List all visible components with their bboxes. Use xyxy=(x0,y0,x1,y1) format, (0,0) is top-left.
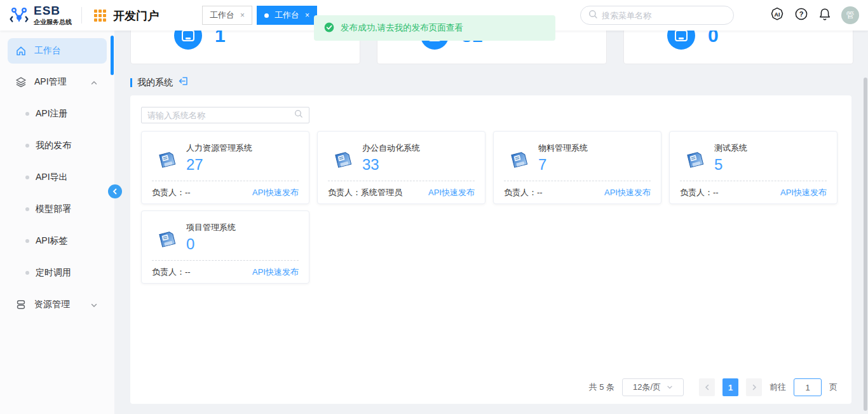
tab-close-icon[interactable]: × xyxy=(240,11,245,20)
chevron-left-icon xyxy=(704,384,710,390)
card-divider xyxy=(680,181,827,181)
system-name: 项目管理系统 xyxy=(186,222,236,233)
logo-title: ESB xyxy=(34,5,72,17)
database-icon xyxy=(15,299,27,310)
sidebar-item-workbench[interactable]: 工作台 xyxy=(8,38,107,64)
menu-search-input[interactable] xyxy=(602,11,726,20)
search-icon xyxy=(588,10,598,22)
sidebar-item-model-deploy[interactable]: 模型部署 xyxy=(0,193,114,225)
logo: ESB 企业服务总线 xyxy=(9,4,72,27)
menu-search-box[interactable] xyxy=(580,6,734,25)
page-size-select[interactable]: 12条/页 xyxy=(622,378,684,396)
sidebar-item-api-export[interactable]: API导出 xyxy=(0,162,114,193)
chevron-up-icon xyxy=(90,78,98,86)
system-card-test[interactable]: 测试系统 5 负责人：-- API快速发布 xyxy=(669,131,837,204)
page-unit-label: 页 xyxy=(829,382,837,393)
system-owner: 负责人：系统管理员 xyxy=(328,187,402,198)
tab-label: 工作台 xyxy=(210,10,234,21)
bullet-icon xyxy=(25,271,29,275)
bullet-icon xyxy=(25,144,29,148)
sidebar-item-api-register[interactable]: API注册 xyxy=(0,98,114,130)
system-search-box[interactable] xyxy=(141,107,309,123)
sidebar-item-label: API标签 xyxy=(36,235,68,247)
system-api-count: 27 xyxy=(186,155,203,174)
prev-page-button[interactable] xyxy=(699,378,715,396)
sidebar-collapse-toggle[interactable] xyxy=(108,184,122,198)
main-content: 1 31 0 我的系统 xyxy=(114,31,868,414)
header-divider xyxy=(81,7,82,24)
stat-value: 1 xyxy=(215,31,226,50)
sidebar-item-label: 定时调用 xyxy=(36,267,71,279)
sidebar-item-resource-management[interactable]: 资源管理 xyxy=(0,289,114,321)
page-number-button[interactable]: 1 xyxy=(722,378,738,396)
search-icon xyxy=(294,109,303,121)
chevron-down-icon xyxy=(90,301,98,308)
system-disk-icon xyxy=(156,228,179,253)
sidebar-item-label: API导出 xyxy=(36,172,68,183)
system-owner: 负责人：-- xyxy=(504,187,543,198)
system-name: 办公自动化系统 xyxy=(362,142,420,154)
portal-title: 开发门户 xyxy=(113,8,159,24)
page-scrollbar-thumb[interactable] xyxy=(864,78,867,411)
logo-subtitle: 企业服务总线 xyxy=(34,18,72,27)
toast-message: 发布成功,请去我的发布页面查看 xyxy=(341,22,463,34)
system-card-material[interactable]: 物料管理系统 7 负责人：-- API快速发布 xyxy=(493,131,661,204)
bullet-icon xyxy=(25,207,29,211)
tab-bar: 工作台 × 工作台 × xyxy=(202,6,317,25)
api-quick-publish-link[interactable]: API快速发布 xyxy=(252,266,299,278)
system-disk-icon xyxy=(332,148,355,174)
my-systems-panel: 人力资源管理系统 27 负责人：-- API快速发布 xyxy=(130,95,851,404)
sidebar-item-label: API管理 xyxy=(34,76,67,88)
api-quick-publish-link[interactable]: API快速发布 xyxy=(428,187,475,198)
sidebar-item-my-publish[interactable]: 我的发布 xyxy=(0,130,114,162)
stat-value: 0 xyxy=(708,31,719,50)
tab-workbench-inactive[interactable]: 工作台 × xyxy=(202,6,252,25)
layers-icon xyxy=(15,76,27,88)
next-page-button[interactable] xyxy=(746,378,762,396)
section-title: 我的系统 xyxy=(137,77,173,88)
sidebar-item-label: 资源管理 xyxy=(34,299,70,310)
active-dot-icon xyxy=(264,13,269,18)
sidebar-item-api-tags[interactable]: API标签 xyxy=(0,225,114,257)
system-api-count: 5 xyxy=(714,155,722,174)
ai-assistant-icon[interactable]: AI xyxy=(770,6,785,24)
goto-page-input[interactable] xyxy=(794,378,822,396)
tab-close-icon[interactable]: × xyxy=(305,11,309,20)
sidebar-scrollbar-thumb[interactable] xyxy=(111,36,114,75)
svg-text:AI: AI xyxy=(775,11,780,18)
card-divider xyxy=(152,260,299,261)
success-check-icon xyxy=(324,22,334,34)
system-api-count: 0 xyxy=(186,235,194,254)
api-quick-publish-link[interactable]: API快速发布 xyxy=(252,187,299,198)
pagination-total: 共 5 条 xyxy=(589,382,614,393)
sidebar-item-api-management[interactable]: API管理 xyxy=(0,66,114,98)
system-card-hr[interactable]: 人力资源管理系统 27 负责人：-- API快速发布 xyxy=(141,131,309,204)
chevron-right-icon xyxy=(751,384,757,390)
system-owner: 负责人：-- xyxy=(152,266,191,278)
api-quick-publish-link[interactable]: API快速发布 xyxy=(604,187,651,198)
sidebar-item-label: 模型部署 xyxy=(36,204,71,215)
api-quick-publish-link[interactable]: API快速发布 xyxy=(780,187,827,198)
system-api-count: 33 xyxy=(362,155,379,174)
sidebar-item-scheduled-call[interactable]: 定时调用 xyxy=(0,257,114,289)
enter-systems-icon[interactable] xyxy=(178,76,189,89)
card-divider xyxy=(504,181,651,181)
pagination: 共 5 条 12条/页 1 前往 页 xyxy=(589,378,837,396)
apps-grid-icon xyxy=(94,10,107,22)
user-avatar[interactable]: 管 xyxy=(841,6,859,24)
tab-workbench-active[interactable]: 工作台 × xyxy=(257,6,317,25)
system-name: 人力资源管理系统 xyxy=(186,142,252,154)
system-disk-icon xyxy=(156,148,179,174)
bullet-icon xyxy=(25,239,29,243)
notifications-bell-icon[interactable] xyxy=(818,7,832,24)
chevron-down-icon xyxy=(667,384,673,390)
svg-text:?: ? xyxy=(799,10,804,18)
system-search-input[interactable] xyxy=(147,111,290,120)
stat-card: 0 xyxy=(623,31,853,64)
system-card-project[interactable]: 项目管理系统 0 负责人：-- API快速发布 xyxy=(141,210,309,284)
portal-switcher[interactable]: 开发门户 xyxy=(94,8,159,24)
help-icon[interactable]: ? xyxy=(794,7,808,24)
header-icons: AI ? 管 xyxy=(770,0,859,31)
system-card-oa[interactable]: 办公自动化系统 33 负责人：系统管理员 API快速发布 xyxy=(317,131,485,204)
sidebar-item-label: 工作台 xyxy=(34,45,61,57)
